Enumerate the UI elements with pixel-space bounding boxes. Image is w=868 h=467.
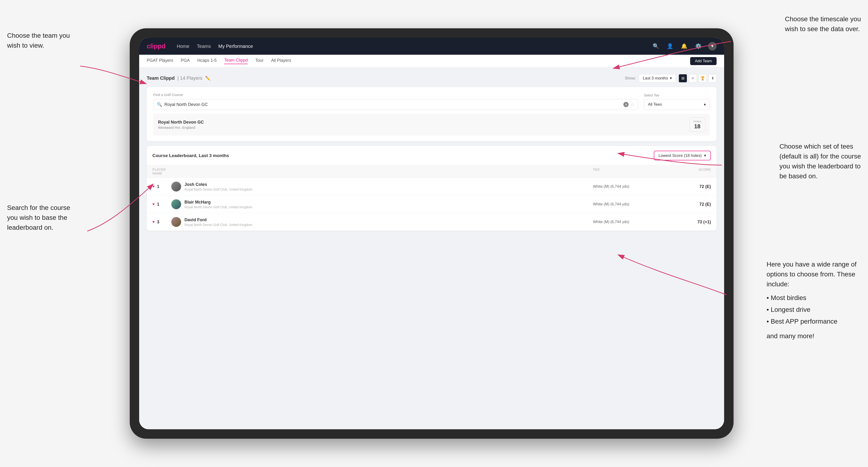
table-row: ♥ 3 David Ford Royal North Devon Golf Cl… (147, 213, 717, 231)
course-name: Royal North Devon GC (158, 120, 204, 125)
score-cell-3: 73 (+1) (664, 220, 711, 224)
player-info-2: Blair McHarg Royal North Devon Golf Club… (184, 200, 252, 209)
show-dropdown[interactable]: Last 3 months ▾ (639, 74, 676, 82)
player-cell-2: Blair McHarg Royal North Devon Golf Club… (171, 199, 593, 209)
course-search-input[interactable]: 🔍 Royal North Devon GC ✕ ☆ (153, 99, 638, 110)
leaderboard-card: Course Leaderboard, Last 3 months Lowest… (147, 146, 717, 231)
tablet-shell: clippd Home Teams My Performance 🔍 👤 🔔 ⚙… (130, 28, 734, 439)
player-avatar-2 (171, 199, 181, 209)
tee-cell-1: White (M) (6,744 yds) (593, 184, 664, 189)
nav-icons: 🔍 👤 🔔 ⚙️ ▼ (651, 42, 717, 51)
grid-view-button[interactable]: ⊞ (679, 74, 687, 82)
annotation-top-right: Choose the timescale you wish to see the… (785, 14, 861, 34)
nav-link-home[interactable]: Home (177, 44, 189, 49)
rank-number: 3 (157, 220, 159, 224)
sub-nav-hcaps[interactable]: Hcaps 1-5 (197, 58, 217, 64)
rank-cell-2: ♥ 1 (152, 202, 171, 207)
nav-links: Home Teams My Performance (177, 44, 651, 49)
sub-nav: PGAT Players PGA Hcaps 1-5 Team Clippd T… (139, 55, 724, 67)
leaderboard-header: Course Leaderboard, Last 3 months Lowest… (147, 146, 717, 165)
search-icon[interactable]: 🔍 (651, 42, 660, 51)
tablet-screen: clippd Home Teams My Performance 🔍 👤 🔔 ⚙… (139, 38, 724, 429)
sub-nav-pgat[interactable]: PGAT Players (147, 58, 173, 64)
nav-link-my-performance[interactable]: My Performance (218, 44, 253, 49)
sub-nav-all-players[interactable]: All Players (271, 58, 291, 64)
holes-label: Holes (693, 120, 701, 123)
annotation-top-left: Choose the team you wish to view. (7, 31, 70, 51)
nav-logo: clippd (147, 42, 165, 50)
rank-cell-3: ♥ 3 (152, 220, 171, 224)
player-name-1: Josh Coles (184, 182, 252, 187)
edit-icon[interactable]: ✏️ (205, 76, 210, 81)
bullet-item-2: Longest drive (767, 304, 861, 316)
search-card: Find a Golf Course 🔍 Royal North Devon G… (147, 87, 717, 141)
leaderboard-table: PLAYER NAME TEE SCORE ♥ 1 (147, 165, 717, 231)
star-icon[interactable]: ☆ (630, 102, 635, 107)
player-club-1: Royal North Devon Golf Club, United King… (184, 187, 252, 191)
team-header: Team Clippd | 14 Players ✏️ Show: Last 3… (147, 74, 717, 82)
player-count: | 14 Players (178, 75, 203, 81)
bullet-item-3: Best APP performance (767, 316, 861, 328)
settings-icon[interactable]: ⚙️ (694, 42, 703, 51)
holes-number: 18 (694, 123, 701, 129)
nav-link-teams[interactable]: Teams (197, 44, 211, 49)
table-row: ♥ 1 Blair McHarg Royal North Devon Golf … (147, 195, 717, 213)
leaderboard-title: Course Leaderboard, Last 3 months (152, 153, 229, 158)
player-club-3: Royal North Devon Golf Club, United King… (184, 223, 252, 227)
main-content: Team Clippd | 14 Players ✏️ Show: Last 3… (139, 67, 724, 429)
top-nav: clippd Home Teams My Performance 🔍 👤 🔔 ⚙… (139, 38, 724, 55)
search-input-value: Royal North Devon GC (164, 102, 623, 107)
table-row: ♥ 1 Josh Coles Royal North Devon Golf Cl… (147, 178, 717, 195)
annotation-bottom-left: Search for the course you wish to base t… (7, 203, 70, 232)
sub-nav-team-clippd[interactable]: Team Clippd (224, 58, 248, 64)
bell-icon[interactable]: 🔔 (680, 42, 688, 51)
tee-cell-2: White (M) (6,744 yds) (593, 202, 664, 206)
player-cell-3: David Ford Royal North Devon Golf Club, … (171, 217, 593, 227)
col-score: SCORE (664, 168, 711, 175)
bottom-right-intro: Here you have a wide range of options to… (767, 261, 857, 288)
player-club-2: Royal North Devon Golf Club, United King… (184, 205, 252, 209)
search-magnify-icon: 🔍 (157, 102, 162, 107)
clear-search-button[interactable]: ✕ (623, 102, 628, 107)
team-title: Team Clippd | 14 Players ✏️ (147, 75, 210, 81)
score-type-dropdown[interactable]: Lowest Score (18 holes) ▾ (654, 151, 711, 160)
heart-icon[interactable]: ♥ (152, 202, 155, 206)
team-name: Team Clippd (147, 75, 175, 81)
view-icons: ⊞ ≡ 🏆 ⬇ (679, 74, 717, 82)
col-player-name-2 (171, 168, 593, 175)
player-name-3: David Ford (184, 217, 252, 222)
avatar-icon[interactable]: ▼ (708, 42, 717, 51)
sub-nav-tour[interactable]: Tour (255, 58, 264, 64)
user-icon[interactable]: 👤 (665, 42, 674, 51)
holes-badge: Holes 18 (689, 118, 705, 132)
player-info-3: David Ford Royal North Devon Golf Club, … (184, 217, 252, 227)
score-cell-2: 72 (E) (664, 202, 711, 207)
course-info: Royal North Devon GC Westward Ho!, Engla… (158, 120, 204, 129)
player-info-1: Josh Coles Royal North Devon Golf Club, … (184, 182, 252, 191)
download-button[interactable]: ⬇ (709, 74, 717, 82)
add-team-button[interactable]: Add Team (690, 57, 717, 65)
course-result: Royal North Devon GC Westward Ho!, Engla… (153, 114, 710, 135)
find-course-label: Find a Golf Course (153, 93, 638, 97)
player-name-2: Blair McHarg (184, 200, 252, 205)
show-row: Show: Last 3 months ▾ ⊞ ≡ 🏆 ⬇ (625, 74, 717, 82)
col-player-name: PLAYER NAME (152, 168, 171, 175)
annotation-bottom-right: Here you have a wide range of options to… (767, 259, 861, 341)
player-cell-1: Josh Coles Royal North Devon Golf Club, … (171, 182, 593, 191)
table-header: PLAYER NAME TEE SCORE (147, 165, 717, 178)
trophy-view-button[interactable]: 🏆 (699, 74, 707, 82)
heart-icon[interactable]: ♥ (152, 220, 155, 224)
sub-nav-pga[interactable]: PGA (181, 58, 190, 64)
bullet-list: Most birdies Longest drive Best APP perf… (767, 292, 861, 328)
course-location: Westward Ho!, England (158, 125, 204, 129)
tee-dropdown[interactable]: All Tees ▾ (644, 99, 710, 110)
score-cell-1: 72 (E) (664, 184, 711, 189)
player-avatar-3 (171, 217, 181, 227)
select-tee-label: Select Tee (644, 93, 710, 97)
rank-number: 1 (157, 202, 159, 207)
bullet-item-1: Most birdies (767, 292, 861, 304)
rank-cell-1: ♥ 1 (152, 184, 171, 189)
list-view-button[interactable]: ≡ (689, 74, 697, 82)
heart-icon[interactable]: ♥ (152, 184, 155, 189)
player-avatar-1 (171, 182, 181, 191)
